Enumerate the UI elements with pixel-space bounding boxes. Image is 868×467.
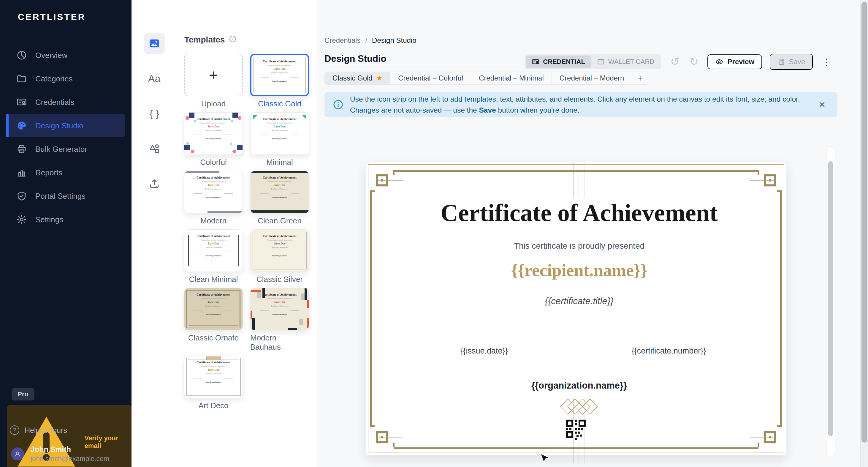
recipient-name-placeholder[interactable]: {{recipient.name}}: [511, 260, 647, 280]
certificate-icon: [16, 97, 27, 108]
thumbnail-content: Certificate of AchievementThis certifica…: [184, 171, 243, 213]
template-label: Clean Green: [258, 216, 301, 226]
template-label: Clean Minimal: [189, 275, 238, 284]
thumbnail-content: Certificate of AchievementThis certifica…: [251, 113, 309, 154]
canvas-scrollbar-thumb[interactable]: [828, 161, 833, 436]
certificate-presented-text[interactable]: This certificate is proudly presented: [514, 241, 645, 251]
thumbnail-content: Certificate of AchievementThis certifica…: [251, 230, 309, 271]
sidebar-item-label: Credentials: [35, 98, 74, 107]
template-card-classic-ornate[interactable]: Certificate of AchievementThis certifica…: [184, 288, 243, 352]
tab-classic-gold[interactable]: Classic Gold★: [325, 72, 390, 84]
tab-credential-colorful[interactable]: Credential – Colorful: [390, 72, 471, 84]
palette-icon: [16, 120, 27, 131]
template-label: Classic Ornate: [188, 333, 239, 343]
tab-label: Credential – Minimal: [479, 74, 544, 82]
upload-icon: [148, 178, 160, 189]
sidebar-item-label: Categories: [35, 74, 73, 84]
template-thumbnail-modern-bauhaus[interactable]: Certificate of AchievementThis certifica…: [250, 288, 309, 330]
breadcrumb-credentials[interactable]: Credentials: [324, 36, 361, 45]
sidebar-item-settings[interactable]: Settings: [6, 208, 125, 231]
template-thumbnail-classic-silver[interactable]: Certificate of AchievementThis certifica…: [250, 229, 309, 272]
tab-credential-minimal[interactable]: Credential – Minimal: [471, 72, 552, 84]
templates-panel: Aa{ } Templates i +UploadCertificate of …: [131, 0, 317, 467]
thumbnail-content: Certificate of AchievementThis certifica…: [251, 171, 309, 213]
thumbnail-content: Certificate of AchievementThis certifica…: [184, 288, 243, 330]
organization-name-placeholder[interactable]: {{organization.name}}: [531, 380, 627, 391]
icon-strip: Aa{ }: [131, 33, 177, 194]
sidebar-item-label: Design Studio: [35, 121, 84, 130]
upload-tool-button[interactable]: [144, 173, 165, 194]
template-thumbnail-minimal[interactable]: Certificate of AchievementThis certifica…: [250, 112, 309, 155]
canvas-scrollbar[interactable]: [826, 146, 835, 458]
credential-segment[interactable]: CREDENTIAL: [526, 56, 591, 68]
template-card-classic-silver[interactable]: Certificate of AchievementThis certifica…: [250, 229, 309, 284]
template-thumbnail-art-deco[interactable]: Certificate of AchievementThis certifica…: [184, 356, 243, 398]
user-profile[interactable]: John Smith john.smith@example.com: [11, 445, 109, 463]
page-scrollbar-thumb[interactable]: [862, 2, 867, 443]
text-icon: Aa: [148, 73, 161, 84]
template-card-modern-bauhaus[interactable]: Certificate of AchievementThis certifica…: [250, 288, 309, 352]
sidebar-item-bulk-generator[interactable]: Bulk Generator: [6, 138, 125, 161]
save-button[interactable]: Save: [770, 54, 813, 70]
sidebar-item-categories[interactable]: Categories: [6, 67, 125, 90]
preview-button[interactable]: Preview: [707, 54, 762, 69]
template-thumbnail-upload[interactable]: +: [184, 54, 243, 96]
certificate-title-placeholder[interactable]: {{certificate.title}}: [545, 296, 614, 307]
elements-icon: [148, 143, 160, 154]
wallet-card-segment[interactable]: WALLET CARD: [591, 56, 660, 68]
braces-icon: { }: [149, 108, 159, 119]
help-tours-link[interactable]: ? Help & Tours: [10, 426, 67, 435]
sidebar-item-label: Reports: [35, 168, 62, 177]
redo-button[interactable]: ↻: [688, 56, 700, 67]
sidebar-item-label: Portal Settings: [35, 192, 86, 201]
template-card-colorful[interactable]: Certificate of AchievementThis certifica…: [184, 112, 243, 167]
template-thumbnail-colorful[interactable]: Certificate of AchievementThis certifica…: [184, 112, 243, 155]
template-card-minimal[interactable]: Certificate of AchievementThis certifica…: [250, 112, 309, 167]
tab-label: Credential – Modern: [560, 74, 624, 82]
breadcrumb-separator: /: [365, 36, 367, 45]
guide-line: [573, 456, 574, 463]
sidebar-item-design-studio[interactable]: Design Studio: [6, 114, 125, 137]
more-options-button[interactable]: ⋮: [820, 57, 833, 67]
sidebar-item-portal-settings[interactable]: Portal Settings: [6, 184, 125, 208]
template-card-classic-gold[interactable]: Certificate of AchievementThis certifica…: [250, 54, 309, 109]
guide-line: [584, 456, 585, 463]
template-card-modern[interactable]: Certificate of AchievementThis certifica…: [184, 171, 243, 226]
template-thumbnail-clean-minimal[interactable]: Certificate of AchievementThis certifica…: [184, 229, 243, 272]
tab-credential-modern[interactable]: Credential – Modern: [552, 72, 632, 84]
sidebar-item-overview[interactable]: Overview: [6, 44, 125, 67]
issue-date-placeholder[interactable]: {{issue.date}}: [460, 346, 507, 356]
undo-button[interactable]: ↺: [669, 56, 680, 67]
add-tab-button[interactable]: +: [632, 72, 648, 84]
template-card-clean-green[interactable]: Certificate of AchievementThis certifica…: [250, 171, 309, 226]
template-thumbnail-classic-gold[interactable]: Certificate of AchievementThis certifica…: [250, 54, 309, 96]
variables-tool-button[interactable]: { }: [144, 103, 165, 124]
image-tool-button[interactable]: [144, 33, 165, 54]
text-tool-button[interactable]: Aa: [144, 68, 165, 89]
breadcrumb: Credentials / Design Studio: [324, 36, 416, 45]
template-thumbnail-modern[interactable]: Certificate of AchievementThis certifica…: [184, 171, 243, 213]
thumbnail-content: Certificate of AchievementThis certifica…: [184, 230, 243, 271]
info-icon[interactable]: i: [229, 36, 236, 42]
template-thumbnail-classic-ornate[interactable]: Certificate of AchievementThis certifica…: [184, 288, 243, 330]
certificate-canvas[interactable]: Certificate of Achievement This certific…: [365, 162, 787, 456]
page-scrollbar[interactable]: [860, 0, 868, 467]
help-tours-label: Help & Tours: [25, 426, 67, 435]
sidebar-item-reports[interactable]: Reports: [6, 161, 125, 184]
template-tabs: Classic Gold★Credential – ColorfulCreden…: [324, 71, 648, 85]
certificate-number-placeholder[interactable]: {{certificate.number}}: [632, 346, 706, 356]
qr-code: [566, 420, 586, 440]
pie-icon: [16, 50, 27, 61]
template-card-clean-minimal[interactable]: Certificate of AchievementThis certifica…: [184, 229, 243, 284]
close-icon[interactable]: ✕: [817, 98, 827, 111]
template-card-art-deco[interactable]: Certificate of AchievementThis certifica…: [184, 356, 243, 410]
certificate-title[interactable]: Certificate of Achievement: [440, 199, 717, 227]
sidebar-item-credentials[interactable]: Credentials: [6, 91, 125, 114]
elements-tool-button[interactable]: [144, 138, 165, 159]
printer-icon: [16, 144, 27, 154]
eye-icon: [715, 58, 723, 66]
question-icon: ?: [10, 426, 19, 435]
tab-label: Credential – Colorful: [398, 74, 463, 82]
template-thumbnail-clean-green[interactable]: Certificate of AchievementThis certifica…: [250, 171, 309, 213]
template-card-upload[interactable]: +Upload: [184, 54, 243, 109]
